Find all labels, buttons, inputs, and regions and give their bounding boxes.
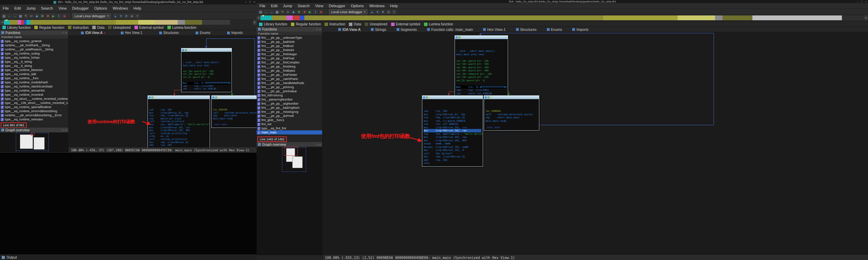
function-list-item[interactable]: ƒtype__eq_runtime__func bbox=[0, 76, 68, 80]
toolbar-icon[interactable]: ▼ bbox=[119, 14, 123, 18]
panel-close-button[interactable]: × bbox=[65, 31, 67, 34]
asm-line[interactable]: mov rcx, fs:0FFFFFFFFFFFFFFF8h bbox=[183, 82, 230, 85]
asm-line[interactable]: lea rax, aHelloWorld ; "Hello World!\n" bbox=[424, 132, 481, 136]
asm-line[interactable]: movups [rsp+58h+var_38], xmm0 bbox=[424, 145, 481, 149]
navband-left-arrow[interactable]: ◄ bbox=[257, 15, 260, 20]
toolbar-icon[interactable]: ? bbox=[135, 14, 140, 18]
maximize-button[interactable]: □ bbox=[861, 0, 863, 3]
view-tab[interactable]: Hex View-1 bbox=[483, 27, 507, 32]
function-list-item[interactable]: ƒfmt___ptr_pp__argNumber bbox=[257, 102, 322, 106]
view-tab[interactable]: IDA View-A● bbox=[81, 31, 105, 35]
toolbar-icon[interactable]: A bbox=[386, 10, 391, 14]
function-list-item[interactable]: ƒtype__eq__9_string bbox=[0, 64, 68, 68]
view-tab[interactable]: Function calls: main_main bbox=[427, 27, 474, 32]
toolbar-icon[interactable]: ■ bbox=[319, 10, 323, 14]
panel-float-button[interactable]: □ bbox=[62, 129, 64, 132]
function-list-item[interactable]: ƒtype__eq_runtime_gcWork bbox=[0, 39, 68, 43]
function-list-item[interactable]: ƒfmt___ptr_pp__fmtString bbox=[257, 64, 322, 69]
asm-line[interactable]: _text ends bbox=[213, 123, 256, 126]
basic-block-entry[interactable]: ; void __cdecl main_main()main_main proc… bbox=[455, 35, 508, 97]
function-list-item[interactable]: ƒtype__eq_runtime_modulehash bbox=[0, 80, 68, 84]
view-tab[interactable]: Enums bbox=[547, 27, 564, 32]
function-list-item[interactable]: ƒfmt___ptr_pp__fmtFloat bbox=[257, 56, 322, 60]
asm-line[interactable]: main_main endp bbox=[213, 117, 256, 120]
toolbar-icon[interactable]: ■ bbox=[62, 14, 67, 18]
function-list-item[interactable]: ƒruntime___ptr_waitReason__String bbox=[0, 47, 68, 51]
asm-line[interactable]: var_8= qword ptr -8 bbox=[183, 76, 230, 79]
navband-left-arrow[interactable]: ◄ bbox=[0, 20, 4, 25]
toolbar-icon[interactable]: ▦ bbox=[275, 10, 279, 14]
minimize-button[interactable]: – bbox=[245, 0, 247, 4]
view-tab[interactable]: IDA View-A bbox=[338, 27, 362, 32]
graph-canvas[interactable]: ; void __cdecl main_main()main_main proc… bbox=[69, 36, 257, 147]
asm-line[interactable]: mov rbp, [rsp+58h+var_8] bbox=[424, 155, 481, 158]
toolbar-icon[interactable]: A bbox=[130, 14, 134, 18]
asm-line[interactable]: jmp main_main bbox=[213, 114, 256, 117]
function-list-item[interactable]: ƒtype__eq__6_string bbox=[0, 60, 68, 64]
titlebar[interactable]: IDA - hello_Go_no_fmt_strip.i64 (hello_G… bbox=[0, 0, 257, 4]
asm-line[interactable]: var_38= xmmword ptr -38h bbox=[456, 72, 506, 76]
panel-close-button[interactable]: × bbox=[319, 28, 321, 31]
function-list-item[interactable]: ƒfmt___ptr_pp__fmtInteger bbox=[257, 52, 322, 56]
function-list-item[interactable]: ƒtype__eq_struct___runtime_mcentral_runt… bbox=[0, 97, 68, 101]
function-list-item[interactable]: ƒtype__eq_runtime_rwmutex bbox=[0, 117, 68, 121]
asm-line[interactable]: loc_498EA9: bbox=[485, 109, 538, 113]
toolbar-icon[interactable]: → bbox=[269, 10, 274, 14]
graph-overview-canvas[interactable] bbox=[257, 147, 322, 255]
asm-line[interactable]: lea rbp, [rsp+18h+var_8] bbox=[149, 114, 208, 117]
toolbar-icon[interactable]: # bbox=[124, 14, 129, 18]
menu-item[interactable]: File bbox=[0, 6, 12, 10]
function-list-item[interactable]: ƒtype__eq_runtime_sudog bbox=[0, 51, 68, 56]
asm-line[interactable]: var_40= qword ptr -40h bbox=[456, 69, 506, 72]
asm-line[interactable]: jbe short loc_45ECAF bbox=[183, 87, 230, 91]
asm-line[interactable]: mov [rsp+18h+var_18], rax bbox=[149, 126, 208, 129]
basic-block-body[interactable]: sub rsp, 18hmov [rsp+18h+var_8], rbplea … bbox=[148, 95, 210, 147]
asm-line[interactable]: _text ends bbox=[485, 126, 538, 129]
functions-panel-header[interactable]: Functions □× bbox=[257, 27, 322, 32]
panel-float-button[interactable]: □ bbox=[62, 31, 64, 34]
graph-overview-header[interactable]: Graph overview □× bbox=[0, 128, 68, 132]
view-tab[interactable]: Strings bbox=[371, 27, 388, 32]
panel-close-button[interactable]: × bbox=[319, 143, 321, 146]
function-list-item[interactable]: ƒfmt___ptr_pp__handleMethods bbox=[257, 81, 322, 85]
toolbar-icon[interactable]: ◆ bbox=[291, 10, 296, 14]
asm-line[interactable]: var_48= qword ptr -48h bbox=[456, 66, 506, 69]
toolbar-icon[interactable]: ✂ bbox=[29, 14, 34, 18]
asm-line[interactable]: xorps xmm0, xmm0 bbox=[424, 142, 481, 145]
function-list-item[interactable]: ƒfmt__parseArgNumber bbox=[257, 97, 322, 102]
navband-track[interactable] bbox=[260, 15, 864, 20]
toolbar-icon[interactable]: ? bbox=[392, 10, 396, 14]
basic-block-body[interactable]: sub rsp, 58hmov [rsp+58h+var_8], rbplea … bbox=[422, 95, 483, 167]
view-tab[interactable]: Imports bbox=[227, 31, 244, 35]
asm-line[interactable]: call runtime_printlock bbox=[149, 120, 208, 123]
function-list-item[interactable]: ƒtype__eq_runtime_specialfinalizer bbox=[0, 105, 68, 109]
asm-line[interactable] bbox=[456, 82, 506, 85]
toolbar-icon[interactable]: ▶ bbox=[51, 14, 56, 18]
navigation-band[interactable]: ◄ ► bbox=[0, 20, 257, 25]
toolbar-icon[interactable]: ✖ bbox=[302, 10, 307, 14]
navband-track[interactable] bbox=[4, 20, 253, 25]
graph-overview-header[interactable]: Graph overview □× bbox=[257, 142, 322, 147]
menu-item[interactable]: Jump bbox=[280, 4, 295, 8]
view-tab[interactable]: Structures bbox=[159, 31, 180, 35]
asm-line[interactable]: sub rsp, 58h bbox=[424, 109, 481, 113]
asm-line[interactable]: add rsp, 58h bbox=[424, 158, 481, 162]
asm-line[interactable]: ; void __cdecl main_main() bbox=[183, 61, 230, 64]
asm-line[interactable]: call runtime_printunlock bbox=[149, 138, 208, 141]
maximize-button[interactable]: □ bbox=[249, 0, 251, 4]
asm-line[interactable]: var_10= qword ptr -10h bbox=[183, 73, 230, 76]
menu-item[interactable]: Options bbox=[348, 4, 366, 8]
asm-line[interactable]: var_50= qword ptr -50h bbox=[456, 62, 506, 66]
view-tab[interactable]: Segments bbox=[397, 27, 418, 32]
asm-line[interactable]: retn bbox=[424, 162, 481, 165]
panel-float-button[interactable]: □ bbox=[316, 143, 318, 146]
panel-float-button[interactable]: □ bbox=[316, 28, 318, 31]
function-list-item[interactable]: ƒfmt___ptr_pp__fmtPointer bbox=[257, 73, 322, 77]
toolbar-icon[interactable]: ✖ bbox=[46, 14, 50, 18]
toolbar-icon[interactable]: # bbox=[381, 10, 385, 14]
menu-item[interactable]: View bbox=[56, 6, 69, 10]
function-list-item[interactable]: ƒtype__eq_runtime_arenaHint bbox=[0, 88, 68, 93]
asm-line[interactable]: cmp rsp, [rcx+10h] bbox=[456, 88, 506, 92]
function-list-item[interactable]: ƒtype__eq_runtime_bitvector bbox=[0, 68, 68, 72]
menu-item[interactable]: Search bbox=[38, 6, 56, 10]
